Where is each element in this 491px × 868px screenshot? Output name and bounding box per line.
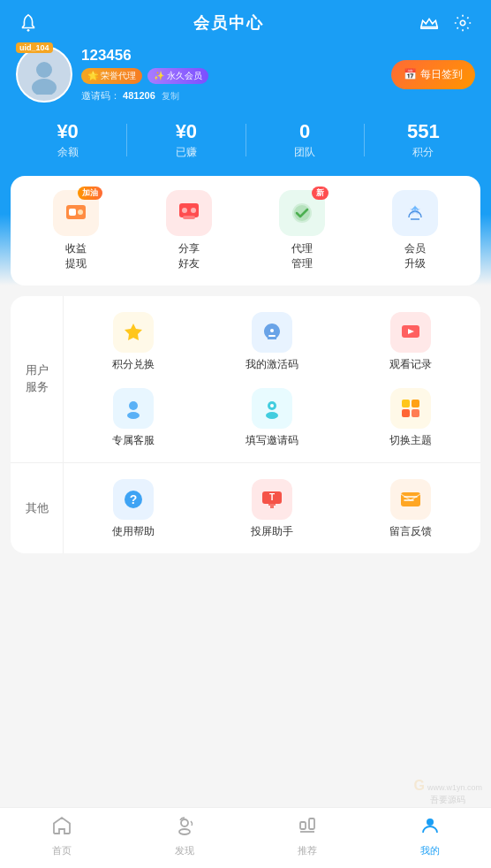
svg-point-21	[266, 412, 278, 419]
stat-team: 0 团队	[246, 120, 364, 160]
help-item[interactable]: ? 使用帮助	[64, 470, 202, 546]
svg-rect-5	[69, 209, 76, 216]
customer-service-label: 专属客服	[112, 433, 155, 448]
activation-code-label: 我的激活码	[246, 357, 298, 372]
profile-info: 123456 🌟 荣誉代理 ✨ 永久会员 邀请码： 481206 复制	[81, 47, 208, 103]
activation-code-icon	[252, 312, 292, 353]
feedback-icon	[390, 479, 431, 520]
daily-sign-button[interactable]: 📅 每日签到	[391, 60, 475, 89]
agent-management-item[interactable]: 新 代理管理	[246, 190, 359, 271]
svg-point-8	[182, 208, 187, 213]
agent-management-label: 代理管理	[291, 241, 313, 271]
avatar-wrap: uid_104	[16, 46, 72, 103]
screencast-item[interactable]: T 投屏助手	[202, 470, 341, 546]
other-services-label: 其他	[11, 463, 64, 553]
nav-recommend-icon	[297, 815, 318, 841]
share-friends-item[interactable]: 分享好友	[132, 190, 246, 271]
svg-rect-26	[412, 409, 419, 417]
watch-history-item[interactable]: 观看记录	[342, 303, 480, 379]
nav-mine[interactable]: 我的	[368, 815, 491, 857]
settings-icon[interactable]	[450, 11, 475, 35]
copy-button[interactable]: 复制	[162, 91, 179, 101]
nav-discover-label: 发现	[175, 844, 194, 857]
svg-point-38	[427, 819, 434, 826]
uid-badge: uid_104	[16, 42, 53, 53]
nav-home-label: 首页	[52, 844, 72, 857]
badges-row: 🌟 荣誉代理 ✨ 永久会员	[81, 68, 208, 84]
svg-point-18	[129, 401, 138, 410]
svg-point-22	[270, 404, 274, 407]
screencast-icon: T	[252, 479, 292, 520]
activation-code-item[interactable]: 我的激活码	[202, 303, 341, 379]
svg-rect-33	[401, 492, 420, 506]
stats-row: ¥0 余额 ¥0 已赚 0 团队 551 积分	[0, 113, 491, 176]
watermark: G www.w1yn.com 吾要源码	[413, 778, 482, 806]
svg-rect-36	[300, 822, 306, 829]
user-services-label: 用户服务	[11, 296, 64, 462]
svg-point-0	[27, 29, 30, 32]
svg-rect-31	[268, 504, 276, 506]
user-services-items: 积分兑换 我的激活码	[64, 296, 480, 462]
svg-point-1	[460, 20, 465, 26]
avatar	[16, 46, 72, 103]
svg-marker-13	[125, 324, 142, 340]
svg-rect-25	[402, 409, 410, 417]
quick-icons-row: 加油 收益提现	[19, 190, 472, 271]
bell-icon[interactable]	[16, 11, 41, 35]
feedback-item[interactable]: 留言反馈	[342, 470, 480, 546]
stat-balance: ¥0 余额	[9, 120, 126, 160]
svg-rect-32	[270, 506, 274, 508]
agent-badge: 🌟 荣誉代理	[81, 68, 142, 84]
customer-service-icon	[113, 388, 154, 429]
nav-recommend[interactable]: 推荐	[246, 815, 368, 857]
svg-point-15	[270, 329, 274, 332]
nav-discover[interactable]: 发现	[123, 815, 246, 857]
earnings-withdraw-icon: 加油	[53, 190, 99, 236]
points-exchange-item[interactable]: 积分兑换	[64, 303, 202, 379]
vip-upgrade-item[interactable]: 会员升级	[359, 190, 472, 271]
bottom-nav: 首页 发现 推荐 我的	[0, 807, 491, 868]
customer-service-item[interactable]: 专属客服	[64, 379, 202, 455]
invite-code-row: 邀请码： 481206 复制	[81, 89, 208, 103]
svg-rect-14	[268, 335, 276, 337]
svg-point-34	[181, 819, 188, 826]
fill-invite-code-item[interactable]: 填写邀请码	[202, 379, 341, 455]
help-label: 使用帮助	[112, 524, 155, 539]
vip-upgrade-icon	[392, 190, 438, 236]
feedback-label: 留言反馈	[389, 524, 432, 539]
quick-icons-card: 加油 收益提现	[11, 176, 480, 286]
daily-sign-label: 每日签到	[420, 67, 463, 82]
svg-text:?: ?	[129, 492, 137, 506]
svg-rect-23	[402, 400, 410, 407]
switch-theme-item[interactable]: 切换主题	[342, 379, 480, 455]
share-friends-label: 分享好友	[178, 241, 200, 271]
fill-invite-code-icon	[252, 388, 292, 429]
vip-badge: ✨ 永久会员	[147, 68, 208, 84]
svg-text:T: T	[269, 492, 275, 502]
svg-point-2	[36, 62, 52, 78]
svg-point-35	[179, 829, 190, 834]
other-services-group: 其他 ? 使用帮助	[11, 463, 480, 553]
new-badge: 新	[312, 187, 329, 200]
stat-points: 551 积分	[365, 120, 482, 160]
nav-mine-icon	[419, 815, 441, 841]
svg-point-19	[127, 412, 140, 419]
crown-icon[interactable]	[417, 11, 442, 35]
top-bar: 会员中心	[0, 0, 491, 42]
svg-rect-24	[412, 400, 419, 407]
nav-home[interactable]: 首页	[0, 815, 123, 857]
svg-point-3	[32, 79, 57, 95]
earnings-withdraw-label: 收益提现	[65, 241, 87, 271]
other-services-items: ? 使用帮助 T 投屏助手	[64, 463, 480, 553]
stat-earned: ¥0 已赚	[127, 120, 245, 160]
vip-upgrade-label: 会员升级	[404, 241, 426, 271]
earnings-withdraw-item[interactable]: 加油 收益提现	[19, 190, 132, 271]
daily-sign-icon: 📅	[404, 68, 417, 80]
username: 123456	[81, 47, 132, 65]
agent-management-icon: 新	[279, 190, 325, 236]
services-section: 用户服务 积分兑换	[11, 296, 480, 553]
nav-mine-label: 我的	[420, 844, 440, 857]
fill-invite-code-label: 填写邀请码	[246, 433, 298, 448]
svg-point-9	[191, 208, 196, 213]
watch-history-label: 观看记录	[389, 357, 432, 372]
